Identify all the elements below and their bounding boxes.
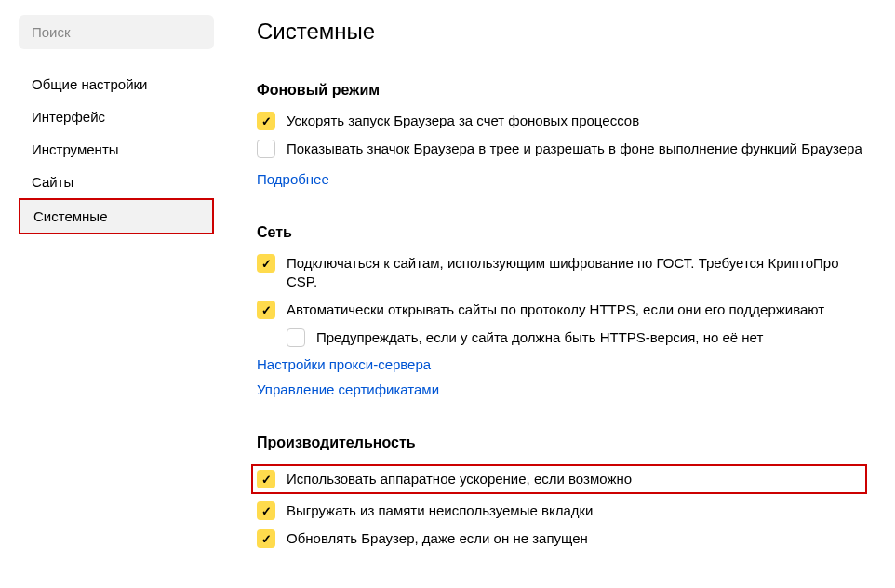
checkbox-unload-tabs[interactable]: ✓: [257, 501, 275, 520]
option-update-bg: ✓ Обновлять Браузер, даже если он не зап…: [257, 529, 867, 548]
label-unload-tabs: Выгружать из памяти неиспользуемые вклад…: [287, 501, 593, 520]
main-content: Системные Фоновый режим ✓ Ускорять запус…: [223, 0, 895, 588]
checkbox-gost[interactable]: ✓: [257, 254, 275, 273]
checkbox-speedup[interactable]: ✓: [257, 112, 275, 130]
option-hw-accel: ✓ Использовать аппаратное ускорение, есл…: [257, 470, 862, 488]
section-performance: Производительность ✓ Использовать аппара…: [257, 434, 867, 548]
sidebar-item-tools[interactable]: Инструменты: [19, 133, 214, 166]
option-gost: ✓ Подключаться к сайтам, использующим ши…: [257, 254, 867, 291]
option-speedup-launch: ✓ Ускорять запуск Браузера за счет фонов…: [257, 112, 867, 130]
sidebar-item-interface[interactable]: Интерфейс: [19, 100, 214, 133]
link-more-background[interactable]: Подробнее: [257, 171, 329, 187]
section-title-background: Фоновый режим: [257, 82, 867, 99]
checkbox-https[interactable]: ✓: [257, 301, 275, 319]
checkbox-hw-accel[interactable]: ✓: [257, 470, 275, 488]
checkbox-update-bg[interactable]: ✓: [257, 529, 275, 548]
label-https-warn: Предупреждать, если у сайта должна быть …: [316, 328, 763, 347]
highlighted-hw-accel: ✓ Использовать аппаратное ускорение, есл…: [251, 464, 867, 494]
section-title-performance: Производительность: [257, 434, 867, 451]
section-title-network: Сеть: [257, 224, 867, 241]
label-speedup: Ускорять запуск Браузера за счет фоновых…: [287, 112, 639, 130]
option-unload-tabs: ✓ Выгружать из памяти неиспользуемые вкл…: [257, 501, 867, 520]
checkbox-tray[interactable]: [257, 140, 275, 158]
option-https: ✓ Автоматически открывать сайты по прото…: [257, 301, 867, 319]
section-network: Сеть ✓ Подключаться к сайтам, использующ…: [257, 224, 867, 397]
sidebar-item-general[interactable]: Общие настройки: [19, 68, 214, 100]
checkbox-https-warn[interactable]: [287, 328, 305, 347]
sidebar: Поиск Общие настройки Интерфейс Инструме…: [0, 0, 223, 588]
section-background: Фоновый режим ✓ Ускорять запуск Браузера…: [257, 82, 867, 187]
search-input[interactable]: Поиск: [19, 15, 214, 49]
label-update-bg: Обновлять Браузер, даже если он не запущ…: [287, 529, 588, 548]
link-proxy-settings[interactable]: Настройки прокси-сервера: [257, 356, 867, 372]
page-title: Системные: [257, 19, 867, 45]
option-https-warn: Предупреждать, если у сайта должна быть …: [287, 328, 867, 347]
label-hw-accel: Использовать аппаратное ускорение, если …: [287, 470, 632, 488]
sidebar-item-system[interactable]: Системные: [19, 198, 214, 234]
label-gost: Подключаться к сайтам, использующим шифр…: [287, 254, 867, 291]
sidebar-item-sites[interactable]: Сайты: [19, 166, 214, 198]
option-tray-icon: Показывать значок Браузера в трее и разр…: [257, 140, 867, 158]
label-https: Автоматически открывать сайты по протоко…: [287, 301, 824, 319]
label-tray: Показывать значок Браузера в трее и разр…: [287, 140, 862, 158]
link-cert-management[interactable]: Управление сертификатами: [257, 381, 867, 397]
